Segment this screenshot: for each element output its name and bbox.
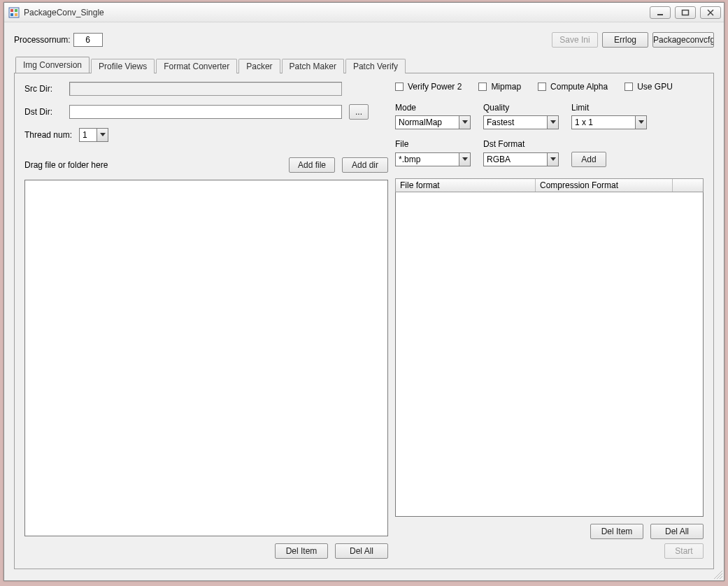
svg-rect-3 xyxy=(10,13,13,16)
limit-value: 1 x 1 xyxy=(575,117,593,127)
right-del-item-button[interactable]: Del Item xyxy=(590,524,643,539)
tab-panel: Src Dir: Dst Dir: ... Thread num: 1 xyxy=(14,73,714,569)
left-del-all-button[interactable]: Del All xyxy=(335,543,388,559)
errlog-button[interactable]: Errlog xyxy=(602,32,648,48)
verify-power2-label: Verify Power 2 xyxy=(408,82,462,92)
dst-dir-input[interactable] xyxy=(69,105,342,119)
thread-num-label: Thread num: xyxy=(24,130,79,140)
format-table-body[interactable] xyxy=(395,192,704,517)
add-file-button[interactable]: Add file xyxy=(289,157,335,173)
verify-power2-checkbox[interactable]: Verify Power 2 xyxy=(395,82,462,92)
src-dir-field[interactable] xyxy=(69,82,342,96)
col-compression-format[interactable]: Compression Format xyxy=(536,179,673,192)
resize-grip[interactable] xyxy=(711,568,722,579)
svg-rect-6 xyxy=(683,10,689,15)
tab-profile-views[interactable]: Profile Views xyxy=(91,59,155,73)
mode-value: NormalMap xyxy=(399,117,442,127)
file-value: *.bmp xyxy=(399,155,420,164)
quality-value: Fastest xyxy=(487,117,514,127)
chevron-down-icon xyxy=(635,116,646,129)
drag-hint-label: Drag file or folder here xyxy=(24,160,289,170)
start-button[interactable]: Start xyxy=(664,543,704,559)
window-title: PackageConv_Single xyxy=(24,8,650,17)
right-column: Verify Power 2 Mipmap Compute Alpha Use … xyxy=(395,82,704,559)
titlebar[interactable]: PackageConv_Single xyxy=(4,3,724,22)
col-spacer xyxy=(673,179,703,192)
add-button[interactable]: Add xyxy=(571,152,606,167)
processornum-label: Processornum: xyxy=(14,35,71,45)
right-del-all-button[interactable]: Del All xyxy=(650,524,704,539)
chevron-down-icon xyxy=(459,116,470,129)
compute-alpha-label: Compute Alpha xyxy=(550,82,608,92)
tab-img-conversion[interactable]: Img Conversion xyxy=(15,57,90,73)
svg-rect-1 xyxy=(10,9,13,12)
dst-format-select[interactable]: RGBA xyxy=(483,152,559,166)
format-table-header: File format Compression Format xyxy=(395,178,704,192)
svg-rect-5 xyxy=(657,14,663,15)
mipmap-checkbox[interactable]: Mipmap xyxy=(478,82,521,92)
left-column: Src Dir: Dst Dir: ... Thread num: 1 xyxy=(24,82,388,559)
quality-select[interactable]: Fastest xyxy=(483,115,559,129)
mipmap-label: Mipmap xyxy=(491,82,521,92)
tab-patch-verify[interactable]: Patch Verify xyxy=(345,59,406,73)
limit-select[interactable]: 1 x 1 xyxy=(571,115,647,129)
thread-num-value: 1 xyxy=(83,130,87,140)
browse-button[interactable]: ... xyxy=(349,104,369,120)
chevron-down-icon xyxy=(547,153,558,166)
src-dir-label: Src Dir: xyxy=(24,84,69,94)
dst-dir-label: Dst Dir: xyxy=(24,107,69,117)
use-gpu-label: Use GPU xyxy=(637,82,673,92)
chevron-down-icon xyxy=(97,129,108,141)
processornum-value[interactable]: 6 xyxy=(73,33,103,47)
col-file-format[interactable]: File format xyxy=(396,179,536,192)
app-icon xyxy=(8,7,20,18)
client-area: Processornum: 6 Save Ini Errlog Packagec… xyxy=(4,22,724,580)
file-list[interactable] xyxy=(24,180,388,536)
limit-label: Limit xyxy=(571,103,647,113)
minimize-button[interactable] xyxy=(650,6,671,19)
svg-rect-2 xyxy=(15,9,17,12)
thread-num-select[interactable]: 1 xyxy=(79,128,108,142)
tab-patch-maker[interactable]: Patch Maker xyxy=(282,59,344,73)
tab-strip: Img Conversion Profile Views Format Conv… xyxy=(14,57,714,73)
chevron-down-icon xyxy=(547,116,558,129)
file-select[interactable]: *.bmp xyxy=(395,152,471,166)
mode-label: Mode xyxy=(395,103,471,113)
dst-format-value: RGBA xyxy=(487,155,511,164)
save-ini-button[interactable]: Save Ini xyxy=(552,32,598,48)
quality-label: Quality xyxy=(483,103,559,113)
mode-select[interactable]: NormalMap xyxy=(395,115,471,129)
close-button[interactable] xyxy=(700,6,721,19)
svg-rect-4 xyxy=(15,13,17,16)
maximize-button[interactable] xyxy=(675,6,696,19)
tab-format-converter[interactable]: Format Converter xyxy=(156,59,237,73)
packageconvcfg-button[interactable]: Packageconvcfg xyxy=(652,32,714,48)
chevron-down-icon xyxy=(459,153,470,166)
left-del-item-button[interactable]: Del Item xyxy=(275,543,328,559)
top-toolbar: Processornum: 6 Save Ini Errlog Packagec… xyxy=(14,29,714,50)
app-window: PackageConv_Single Processornum: 6 Save … xyxy=(3,2,725,581)
tab-packer[interactable]: Packer xyxy=(238,59,280,73)
file-label: File xyxy=(395,139,471,149)
dst-format-label: Dst Format xyxy=(483,139,559,149)
add-dir-button[interactable]: Add dir xyxy=(342,157,388,173)
use-gpu-checkbox[interactable]: Use GPU xyxy=(624,82,673,92)
compute-alpha-checkbox[interactable]: Compute Alpha xyxy=(538,82,608,92)
